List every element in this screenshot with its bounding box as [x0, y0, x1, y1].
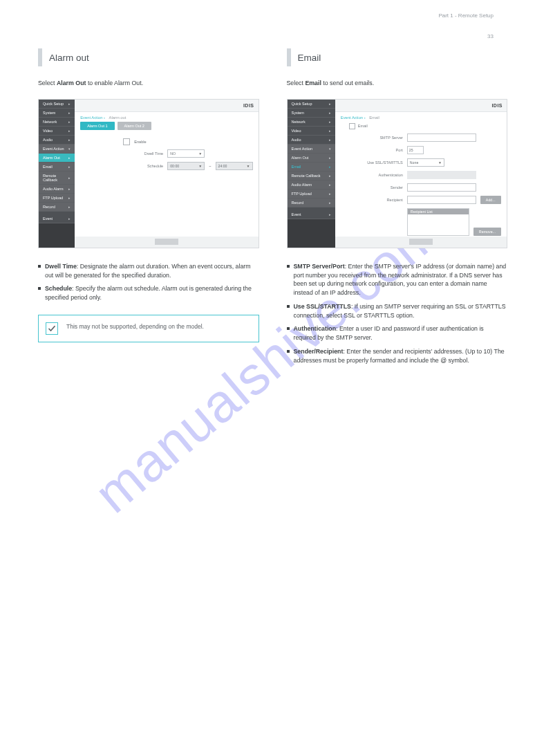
recipient-label: Recipient	[363, 198, 403, 202]
ssl-select[interactable]: None▼	[407, 158, 444, 167]
recipient-input[interactable]	[407, 196, 476, 204]
bullet-auth: Authentication: Enter a user ID and pass…	[287, 324, 508, 342]
email-enable-label: Email	[358, 124, 368, 128]
smtp-server-input[interactable]	[407, 133, 476, 142]
port-input[interactable]: 25	[407, 146, 424, 154]
sidebar-item-network[interactable]: Network▸	[39, 118, 75, 127]
sidebar-item-quick-setup[interactable]: Quick Setup▸	[39, 100, 75, 109]
sender-input[interactable]	[407, 183, 476, 192]
bullet-smtp: SMTP Server/Port: Enter the SMTP server'…	[287, 262, 508, 297]
authentication-button[interactable]	[407, 171, 476, 179]
alarm-out-intro: Select Alarm Out to enable Alarm Out.	[38, 79, 259, 88]
tab-alarm-out-2[interactable]: Alarm Out 2	[118, 122, 151, 130]
bullet-schedule: Schedule: Specify the alarm out schedule…	[38, 284, 259, 302]
sidebar-item-alarm-out[interactable]: Alarm Out▸	[39, 154, 75, 163]
port-label: Port	[363, 148, 403, 152]
sidebar-item-audio-alarm[interactable]: Audio Alarm▸	[288, 181, 335, 190]
tip-text: This may not be supported, depending on …	[66, 322, 204, 331]
dwell-time-select[interactable]: NO▼	[167, 149, 205, 158]
sidebar-item-record[interactable]: Record▸	[288, 199, 335, 208]
schedule-separator: ~	[209, 164, 211, 168]
sidebar-item-event[interactable]: Event▸	[288, 210, 335, 219]
sender-label: Sender	[363, 185, 403, 190]
sidebar-item-ftp-upload[interactable]: FTP Upload▸	[288, 190, 335, 199]
email-intro: Select Email to send out emails.	[287, 79, 508, 88]
bullet-ssl: Use SSL/STARTTLS: If using an SMTP serve…	[287, 302, 508, 320]
remove-recipient-button[interactable]: Remove...	[473, 228, 501, 236]
ssl-label: Use SSL/STARTTLS	[363, 160, 403, 165]
sidebar-item-event-action[interactable]: Event Action▾	[39, 145, 75, 154]
schedule-label: Schedule	[123, 164, 163, 168]
sidebar: Quick Setup▸ System▸ Network▸ Video▸ Aud…	[288, 100, 335, 248]
sidebar-item-audio-alarm[interactable]: Audio Alarm▸	[39, 185, 75, 194]
sidebar-item-system[interactable]: System▸	[39, 109, 75, 118]
tip-box: This may not be supported, depending on …	[38, 315, 259, 342]
left-column: Alarm out Select Alarm Out to enable Ala…	[38, 48, 259, 369]
sidebar-item-record[interactable]: Record▸	[39, 203, 75, 212]
sidebar-item-alarm-out[interactable]: Alarm Out▸	[288, 154, 335, 163]
dwell-time-label: Dwell Time	[123, 151, 163, 156]
sidebar-item-remote-callback[interactable]: Remote Callback▸	[288, 172, 335, 181]
section-accent-bar	[287, 48, 291, 66]
schedule-to-select[interactable]: 24:00▼	[216, 162, 253, 170]
logo: IDIS	[491, 103, 503, 108]
sidebar: Quick Setup▸ System▸ Network▸ Video▸ Aud…	[39, 100, 75, 248]
sidebar-item-video[interactable]: Video▸	[39, 127, 75, 136]
alarm-out-screenshot: Quick Setup▸ System▸ Network▸ Video▸ Aud…	[38, 99, 259, 248]
bullet-dwell-time: Dwell Time: Designate the alarm out dura…	[38, 262, 259, 280]
recipient-list-header: Recipient List	[408, 209, 469, 214]
save-button[interactable]	[409, 239, 433, 245]
page-header-text: Part 1 - Remote Setup	[438, 12, 494, 19]
enable-checkbox[interactable]	[123, 138, 130, 145]
sidebar-item-network[interactable]: Network▸	[288, 118, 335, 127]
check-icon	[46, 322, 58, 335]
sidebar-item-remote-callback[interactable]: Remote Callback▸	[39, 172, 75, 185]
bullet-sender-recipient: Sender/Recipient: Enter the sender and r…	[287, 347, 508, 365]
sidebar-item-audio[interactable]: Audio▸	[39, 136, 75, 145]
sidebar-item-event-action[interactable]: Event Action▾	[288, 145, 335, 154]
smtp-server-label: SMTP Server	[363, 136, 403, 140]
enable-label: Enable	[134, 140, 146, 144]
sidebar-item-audio[interactable]: Audio▸	[288, 136, 335, 145]
email-enable-checkbox[interactable]	[349, 123, 355, 129]
sidebar-item-ftp-upload[interactable]: FTP Upload▸	[39, 194, 75, 203]
sidebar-item-event[interactable]: Event▸	[39, 214, 75, 223]
logo: IDIS	[243, 103, 254, 108]
authentication-label: Authentication	[363, 173, 403, 177]
schedule-from-select[interactable]: 00:00▼	[167, 162, 205, 170]
sidebar-item-system[interactable]: System▸	[288, 109, 335, 118]
save-button[interactable]	[155, 239, 178, 245]
sidebar-item-email[interactable]: Email▸	[288, 163, 335, 172]
sidebar-item-quick-setup[interactable]: Quick Setup▸	[288, 100, 335, 109]
sidebar-item-video[interactable]: Video▸	[288, 127, 335, 136]
breadcrumb: Event Action › Alarm out	[75, 112, 258, 122]
sidebar-item-email[interactable]: Email▸	[39, 163, 75, 172]
page-number: 33	[487, 33, 494, 39]
section-title-email: Email	[298, 53, 321, 63]
recipient-list[interactable]: Recipient List	[407, 208, 469, 236]
right-column: Email Select Email to send out emails. Q…	[287, 48, 508, 369]
section-accent-bar	[38, 48, 42, 66]
section-title-alarm-out: Alarm out	[49, 53, 89, 63]
breadcrumb: Event Action › Email	[335, 112, 507, 122]
email-screenshot: Quick Setup▸ System▸ Network▸ Video▸ Aud…	[287, 99, 508, 248]
tab-alarm-out-1[interactable]: Alarm Out 1	[80, 122, 114, 130]
add-recipient-button[interactable]: Add...	[480, 196, 501, 204]
